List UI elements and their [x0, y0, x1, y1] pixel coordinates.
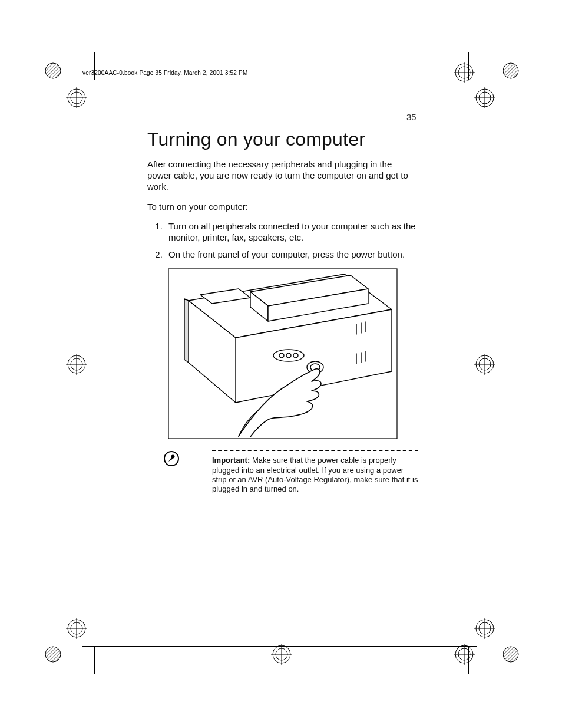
svg-point-2	[45, 63, 61, 78]
svg-point-58	[279, 353, 284, 358]
svg-point-60	[293, 353, 298, 358]
note-label: Important:	[212, 456, 250, 465]
svg-point-38	[476, 620, 494, 637]
svg-point-37	[479, 622, 491, 634]
page-title: Turning on your computer	[147, 129, 418, 150]
svg-point-33	[458, 648, 470, 660]
lead-paragraph: To turn on your computer:	[147, 201, 418, 212]
svg-point-7	[458, 67, 470, 78]
reg-mark-cross-br1	[454, 644, 475, 665]
svg-point-17	[68, 355, 85, 373]
svg-point-4	[68, 89, 85, 107]
svg-point-12	[476, 89, 494, 107]
reg-mark-cross-tr2	[474, 87, 495, 108]
header-rule	[82, 80, 477, 80]
svg-point-25	[68, 620, 85, 637]
header-caption: ver3200AAC-0.book Page 35 Friday, March …	[82, 70, 247, 76]
svg-marker-46	[184, 299, 189, 363]
svg-point-8	[455, 64, 473, 81]
important-note: Important: Make sure that the power cabl…	[147, 450, 418, 494]
svg-point-29	[276, 648, 287, 660]
reg-mark-hatched-tr	[502, 62, 520, 80]
reg-mark-cross-bc	[271, 644, 292, 665]
svg-point-41	[503, 647, 518, 662]
steps-list: Turn on all peripherals connected to you…	[147, 220, 418, 261]
svg-point-59	[286, 353, 291, 358]
reg-mark-hatched-bl	[44, 645, 62, 663]
illustration	[168, 268, 398, 439]
reg-mark-cross-tl	[66, 87, 87, 108]
reg-mark-hatched-br	[502, 645, 520, 663]
svg-point-15	[503, 63, 518, 78]
step-2: On the front panel of your computer, pre…	[165, 249, 418, 260]
note-body: Important: Make sure that the power cabl…	[212, 456, 418, 494]
step-1: Turn on all peripherals connected to you…	[165, 220, 418, 243]
reg-mark-cross-ml	[66, 354, 87, 375]
intro-paragraph: After connecting the necessary periphera…	[147, 159, 418, 193]
svg-point-34	[455, 645, 473, 663]
svg-point-3	[71, 92, 82, 104]
page-body: Turning on your computer After connectin…	[147, 112, 418, 494]
svg-point-16	[71, 358, 82, 370]
svg-point-28	[45, 647, 61, 662]
svg-point-21	[476, 355, 494, 373]
svg-point-64	[171, 455, 175, 459]
reg-mark-hatched-tl	[44, 62, 62, 80]
svg-point-30	[273, 645, 290, 663]
svg-point-24	[71, 622, 82, 634]
svg-point-11	[479, 92, 491, 104]
svg-point-20	[479, 358, 491, 370]
pushpin-icon	[164, 451, 179, 466]
reg-mark-cross-bl	[66, 618, 87, 639]
note-divider	[212, 450, 418, 451]
reg-mark-cross-br2	[474, 618, 495, 639]
reg-mark-cross-mr	[474, 354, 495, 375]
